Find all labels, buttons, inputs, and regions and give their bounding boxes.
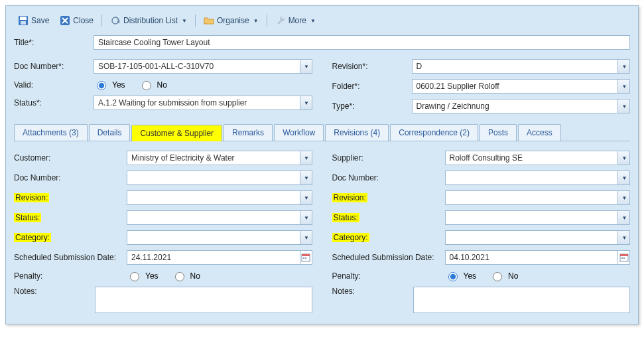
calendar-icon xyxy=(300,252,311,263)
valid-label: Valid: xyxy=(14,80,94,90)
separator xyxy=(267,15,267,27)
supplier-penalty-yes-radio[interactable]: Yes xyxy=(445,270,477,281)
supplier-revision-dropdown[interactable]: ▼ xyxy=(617,191,629,204)
calendar-icon xyxy=(619,252,629,263)
supplier-sched-input[interactable] xyxy=(445,250,631,265)
supplier-status-label: Status: xyxy=(332,213,445,222)
title-input[interactable] xyxy=(94,35,630,50)
customer-docnum-dropdown[interactable]: ▼ xyxy=(300,171,312,184)
svg-rect-1 xyxy=(20,17,27,20)
tab-customer-supplier[interactable]: Customer & Supplier xyxy=(131,125,222,141)
supplier-input[interactable] xyxy=(445,151,631,165)
supplier-docnum-label: Doc Number: xyxy=(332,173,445,182)
supplier-notes[interactable] xyxy=(413,287,630,313)
chevron-down-icon: ▼ xyxy=(622,104,627,109)
status-dropdown-top[interactable]: ▼ xyxy=(300,96,312,109)
revision-label-top: Revision*: xyxy=(332,62,412,71)
supplier-penalty-label: Penalty: xyxy=(332,271,445,281)
separator xyxy=(101,15,102,27)
customer-notes-label: Notes: xyxy=(14,287,95,296)
customer-status-label: Status: xyxy=(14,213,127,222)
supplier-docnum-dropdown[interactable]: ▼ xyxy=(617,171,629,184)
more-button[interactable]: More ▼ xyxy=(271,14,320,27)
chevron-down-icon: ▼ xyxy=(310,18,316,24)
customer-sched-datepicker[interactable] xyxy=(300,251,312,264)
customer-docnum-input[interactable] xyxy=(127,171,312,185)
valid-no-radio[interactable]: No xyxy=(139,79,167,90)
chevron-down-icon: ▼ xyxy=(622,84,627,90)
customer-category-dropdown[interactable]: ▼ xyxy=(300,231,312,244)
customer-notes[interactable] xyxy=(95,287,312,313)
svg-rect-12 xyxy=(623,257,625,259)
status-label-top: Status*: xyxy=(14,98,94,107)
close-button[interactable]: Close xyxy=(56,14,97,27)
revision-dropdown-top[interactable]: ▼ xyxy=(617,60,629,73)
chevron-down-icon: ▼ xyxy=(622,155,627,161)
tab-correspondence[interactable]: Correspondence (2) xyxy=(390,124,478,141)
type-dropdown[interactable]: ▼ xyxy=(617,100,629,113)
distribution-list-button[interactable]: Distribution List ▼ xyxy=(106,14,191,27)
folder-label: Folder*: xyxy=(332,82,412,91)
customer-status-input[interactable] xyxy=(127,210,312,225)
customer-category-label: Category: xyxy=(14,233,127,242)
folder-dropdown[interactable]: ▼ xyxy=(617,80,629,93)
chevron-down-icon: ▼ xyxy=(622,195,627,201)
tab-workflow[interactable]: Workflow xyxy=(274,124,324,141)
supplier-notes-label: Notes: xyxy=(332,287,413,296)
status-input-top[interactable] xyxy=(94,96,312,110)
save-button[interactable]: Save xyxy=(14,14,53,27)
chevron-down-icon: ▼ xyxy=(253,18,259,24)
revision-input-top[interactable] xyxy=(412,59,631,74)
chevron-down-icon: ▼ xyxy=(304,235,309,241)
svg-rect-6 xyxy=(302,254,310,256)
tab-revisions[interactable]: Revisions (4) xyxy=(325,124,389,141)
supplier-column: Supplier: ▼ Doc Number: ▼ Revision: ▼ xyxy=(332,148,631,316)
title-label: Title*: xyxy=(14,38,94,47)
supplier-penalty-no-radio[interactable]: No xyxy=(489,270,518,281)
customer-revision-input[interactable] xyxy=(127,190,312,205)
tab-posts[interactable]: Posts xyxy=(480,124,517,141)
supplier-category-dropdown[interactable]: ▼ xyxy=(617,231,629,244)
organise-button[interactable]: Organise ▼ xyxy=(200,14,263,27)
docnum-label: Doc Number*: xyxy=(14,62,94,71)
customer-dropdown[interactable]: ▼ xyxy=(300,151,312,165)
close-label: Close xyxy=(73,16,94,25)
customer-revision-dropdown[interactable]: ▼ xyxy=(300,191,312,204)
tab-access[interactable]: Access xyxy=(518,124,561,141)
customer-label: Customer: xyxy=(14,153,127,163)
supplier-dropdown[interactable]: ▼ xyxy=(617,151,629,165)
supplier-docnum-input[interactable] xyxy=(445,171,631,185)
folder-icon xyxy=(204,15,214,26)
supplier-sched-datepicker[interactable] xyxy=(617,251,629,264)
chevron-down-icon: ▼ xyxy=(622,235,627,241)
chevron-down-icon: ▼ xyxy=(622,64,627,70)
supplier-status-input[interactable] xyxy=(445,210,631,225)
type-input[interactable] xyxy=(412,99,631,113)
supplier-category-label: Category: xyxy=(332,233,445,242)
tab-details[interactable]: Details xyxy=(89,124,131,141)
supplier-status-dropdown[interactable]: ▼ xyxy=(617,211,629,224)
customer-penalty-yes-radio[interactable]: Yes xyxy=(127,270,159,281)
customer-status-dropdown[interactable]: ▼ xyxy=(300,211,312,224)
supplier-sched-label: Scheduled Submission Date: xyxy=(332,253,445,262)
chevron-down-icon: ▼ xyxy=(304,100,309,106)
chevron-down-icon: ▼ xyxy=(304,215,309,221)
tab-remarks[interactable]: Remarks xyxy=(224,124,273,141)
customer-column: Customer: ▼ Doc Number: ▼ Revision: ▼ xyxy=(14,148,312,316)
chevron-down-icon: ▼ xyxy=(304,155,309,161)
save-icon xyxy=(18,15,29,26)
supplier-category-input[interactable] xyxy=(445,230,631,245)
save-label: Save xyxy=(31,16,49,25)
customer-category-input[interactable] xyxy=(127,230,312,245)
customer-input[interactable] xyxy=(127,151,312,165)
doc-number-input[interactable] xyxy=(94,59,312,74)
doc-number-dropdown[interactable]: ▼ xyxy=(300,60,312,73)
valid-yes-radio[interactable]: Yes xyxy=(94,79,125,90)
customer-penalty-no-radio[interactable]: No xyxy=(172,270,200,281)
tab-attachments[interactable]: Attachments (3) xyxy=(14,124,88,141)
folder-input[interactable] xyxy=(412,79,631,94)
supplier-revision-input[interactable] xyxy=(445,190,631,205)
chevron-down-icon: ▼ xyxy=(182,18,187,24)
customer-sched-input[interactable] xyxy=(127,250,312,265)
tab-bar: Attachments (3) Details Customer & Suppl… xyxy=(14,124,630,141)
